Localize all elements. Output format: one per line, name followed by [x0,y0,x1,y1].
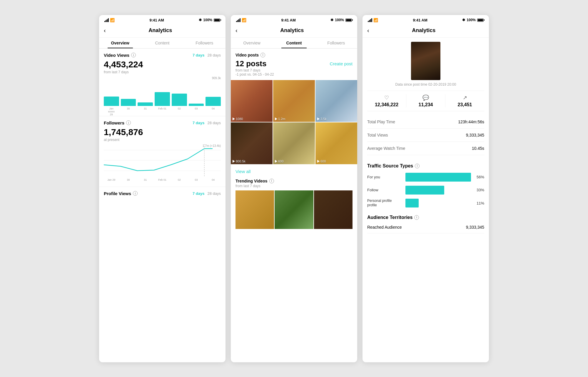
tab-overview-2[interactable]: Overview [231,38,273,48]
screens-container: 📶 9:41 AM ✱ 100% ‹ Analytics Overview Co… [87,3,501,374]
line-label-feb03: 03 [189,178,204,181]
video-thumb-1[interactable]: 1080 [231,80,273,122]
tab-overview-1[interactable]: Overview [99,38,141,48]
video-thumb-6[interactable]: 600 [315,122,357,164]
traffic-row-foryou: For you 56% [367,173,484,182]
video-thumb-3[interactable]: 3.5k [315,80,357,122]
bar-jan31 [138,102,153,106]
post-date: Data since post time 02-20-2019 20:00 [367,82,484,87]
traffic-row-follow: Follow 33% [367,186,484,195]
thumb-detail-bg [411,42,440,80]
heart-icon: ♡ [367,94,406,101]
tab-bar-2: Overview Content Followers [231,38,357,49]
video-overlay-5: 600 [273,158,315,164]
avg-watch-time-label: Average Watch Time [367,146,405,151]
period-28-days[interactable]: 28 days [207,53,221,57]
traffic-label-profile: Personal profileprofile [367,199,402,208]
trending-title: Trending Videos i [235,179,353,183]
signal-bar-2-2 [237,20,238,22]
video-views-value: 4,453,224 [104,59,221,69]
back-button-2[interactable]: ‹ [235,26,240,35]
video-thumb-2[interactable]: 1.2m [273,80,315,122]
play-icon-1 [233,117,235,120]
bluetooth-icon-3: ✱ [462,18,465,22]
video-posts-info[interactable]: i [260,53,265,57]
view-all-link[interactable]: View all [231,167,357,176]
trending-thumb-1[interactable] [235,190,274,229]
signal-bar-3 [107,19,108,22]
tab-followers-1[interactable]: Followers [183,38,225,48]
followers-period: 7 days 28 days [193,121,221,125]
line-chart-svg [104,144,221,177]
audience-info[interactable]: i [414,215,419,220]
create-post-btn[interactable]: Create post [330,61,353,66]
play-icon-2 [275,117,277,120]
line-label-feb04: 04 [206,178,221,181]
trending-info[interactable]: i [269,179,274,183]
trending-thumb-2[interactable] [275,190,313,229]
play-icon-6 [317,160,320,163]
traffic-bar-follow [405,186,444,195]
posts-count: 12 posts [235,59,267,68]
traffic-pct-profile: 11% [474,201,484,205]
play-icon-5 [275,160,277,163]
wifi-icon-3: 📶 [373,18,378,22]
profile-28-days[interactable]: 28 days [207,191,221,196]
screen-3: 📶 9:41 AM ✱ 100% ‹ Analytics 15. [363,15,489,362]
screen-3-content: 15.67s Data since post time 02-20-2019 2… [363,38,489,362]
traffic-pct-follow: 33% [474,188,484,192]
label-feb02: 02 [172,107,187,116]
label-jan29: Janxxxxx29 [104,107,119,116]
back-button-1[interactable]: ‹ [104,26,108,35]
play-icon-4 [233,160,235,163]
share-icon: ↗ [445,94,484,101]
wifi-icon-2: 📶 [242,18,246,22]
signal-bar-4 [108,18,109,22]
tab-content-1[interactable]: Content [141,38,183,48]
followers-28-days[interactable]: 28 days [207,121,221,125]
chart-bars [104,77,221,106]
bar-feb03 [189,104,204,106]
bar-chart: 909.3k Janxxxxx29 30 31 Feb [104,77,221,112]
signal-bar-3-1 [368,21,369,22]
video-views-period: 7 days 28 days [193,53,221,57]
trending-bg-2 [275,190,313,229]
video-views-info[interactable]: i [131,53,136,57]
status-right-3: ✱ 100% [462,18,484,22]
video-thumb-5[interactable]: 600 [273,122,315,164]
followers-7-days[interactable]: 7 days [193,121,204,125]
status-left-1: 📶 [104,18,115,22]
video-views-label: Video Views [104,53,129,58]
followers-value: 1,745,876 [104,127,221,137]
traffic-info[interactable]: i [415,164,420,168]
video-posts-header: Video posts i 12 posts Create post from … [231,49,357,78]
trending-thumb-3[interactable] [314,190,353,229]
stats-row: ♡ 12,346,222 💬 11,234 ↗ 23,451 [367,91,484,111]
avg-watch-time-value: 10.45s [472,146,484,151]
battery-icon-3 [477,19,484,22]
profile-views-label: Profile Views [104,191,131,196]
tab-followers-2[interactable]: Followers [315,38,357,48]
view-count-5: 600 [278,160,283,163]
battery-fill-3 [478,19,483,21]
video-overlay-3: 3.5k [315,116,357,122]
label-feb04: 04 [206,107,221,116]
line-label-feb01: Feb 01 [155,178,170,181]
period-7-days[interactable]: 7 days [193,53,204,57]
total-play-time-value: 123h:44m:56s [458,119,484,124]
status-bar-1: 📶 9:41 AM ✱ 100% [99,15,225,24]
shares-count: 23,451 [445,102,484,107]
followers-info[interactable]: i [126,120,131,125]
tab-content-2[interactable]: Content [273,38,315,48]
thumb-bg-5 [273,122,315,164]
back-button-3[interactable]: ‹ [367,26,372,35]
trending-section: Trending Videos i from last 7 days [231,176,357,229]
profile-views-header: Profile Views i 7 days 28 days [104,191,221,196]
signal-bar-2-1 [236,21,237,22]
profile-views-info[interactable]: i [133,191,138,196]
bar-feb02 [172,94,187,106]
video-thumb-4[interactable]: 800.5k [231,122,273,164]
profile-7-days[interactable]: 7 days [193,191,204,196]
stat-comments: 💬 11,234 [406,94,445,107]
audience-title-label: Audience Territories [367,215,412,220]
